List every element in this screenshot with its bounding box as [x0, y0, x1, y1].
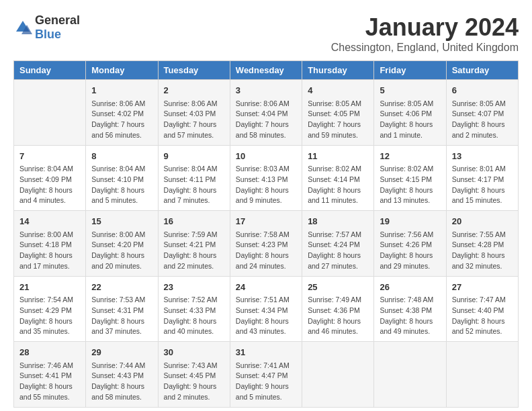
- day-number: 19: [380, 215, 440, 228]
- day-header-tuesday: Tuesday: [158, 61, 230, 80]
- cell-content: Sunrise: 7:47 AM Sunset: 4:40 PM Dayligh…: [452, 295, 513, 337]
- day-number: 24: [236, 281, 296, 294]
- calendar-cell: 5Sunrise: 8:05 AM Sunset: 4:06 PM Daylig…: [374, 80, 446, 146]
- day-number: 30: [164, 346, 224, 359]
- day-header-saturday: Saturday: [446, 61, 518, 80]
- cell-content: Sunrise: 8:04 AM Sunset: 4:10 PM Dayligh…: [91, 164, 152, 206]
- cell-content: Sunrise: 8:03 AM Sunset: 4:13 PM Dayligh…: [236, 164, 296, 206]
- calendar-cell: 16Sunrise: 7:59 AM Sunset: 4:21 PM Dayli…: [158, 211, 230, 277]
- calendar-cell: 19Sunrise: 7:56 AM Sunset: 4:26 PM Dayli…: [374, 211, 446, 277]
- calendar-cell: 28Sunrise: 7:46 AM Sunset: 4:41 PM Dayli…: [14, 342, 86, 408]
- calendar-table: SundayMondayTuesdayWednesdayThursdayFrid…: [13, 60, 519, 408]
- cell-content: Sunrise: 7:56 AM Sunset: 4:26 PM Dayligh…: [380, 230, 440, 272]
- calendar-cell: 14Sunrise: 8:00 AM Sunset: 4:18 PM Dayli…: [14, 211, 86, 277]
- cell-content: Sunrise: 8:02 AM Sunset: 4:14 PM Dayligh…: [308, 164, 368, 206]
- location-title: Chessington, England, United Kingdom: [331, 42, 519, 54]
- calendar-cell: [446, 342, 518, 408]
- day-number: 15: [91, 215, 152, 228]
- calendar-cell: 21Sunrise: 7:54 AM Sunset: 4:29 PM Dayli…: [14, 276, 86, 342]
- cell-content: Sunrise: 7:54 AM Sunset: 4:29 PM Dayligh…: [19, 295, 80, 337]
- cell-content: Sunrise: 8:05 AM Sunset: 4:07 PM Dayligh…: [452, 99, 513, 141]
- cell-content: Sunrise: 7:41 AM Sunset: 4:47 PM Dayligh…: [236, 361, 296, 403]
- day-number: 22: [91, 281, 152, 294]
- cell-content: Sunrise: 8:06 AM Sunset: 4:04 PM Dayligh…: [236, 99, 296, 141]
- calendar-cell: 17Sunrise: 7:58 AM Sunset: 4:23 PM Dayli…: [230, 211, 302, 277]
- day-number: 28: [19, 346, 80, 359]
- day-number: 26: [380, 281, 440, 294]
- calendar-cell: [14, 80, 86, 146]
- cell-content: Sunrise: 8:06 AM Sunset: 4:02 PM Dayligh…: [91, 99, 152, 141]
- calendar-cell: [374, 342, 446, 408]
- cell-content: Sunrise: 7:55 AM Sunset: 4:28 PM Dayligh…: [452, 230, 513, 272]
- day-number: 21: [19, 281, 80, 294]
- day-number: 11: [308, 150, 368, 163]
- day-number: 8: [91, 150, 152, 163]
- day-number: 29: [91, 346, 152, 359]
- cell-content: Sunrise: 8:04 AM Sunset: 4:11 PM Dayligh…: [164, 164, 224, 206]
- cell-content: Sunrise: 7:51 AM Sunset: 4:34 PM Dayligh…: [236, 295, 296, 337]
- day-header-thursday: Thursday: [302, 61, 374, 80]
- day-header-wednesday: Wednesday: [230, 61, 302, 80]
- calendar-cell: 3Sunrise: 8:06 AM Sunset: 4:04 PM Daylig…: [230, 80, 302, 146]
- cell-content: Sunrise: 7:59 AM Sunset: 4:21 PM Dayligh…: [164, 230, 224, 272]
- cell-content: Sunrise: 7:57 AM Sunset: 4:24 PM Dayligh…: [308, 230, 368, 272]
- logo: General Blue: [13, 13, 80, 42]
- cell-content: Sunrise: 7:46 AM Sunset: 4:41 PM Dayligh…: [19, 361, 80, 403]
- calendar-cell: 20Sunrise: 7:55 AM Sunset: 4:28 PM Dayli…: [446, 211, 518, 277]
- calendar-cell: 24Sunrise: 7:51 AM Sunset: 4:34 PM Dayli…: [230, 276, 302, 342]
- calendar-cell: 23Sunrise: 7:52 AM Sunset: 4:33 PM Dayli…: [158, 276, 230, 342]
- cell-content: Sunrise: 8:00 AM Sunset: 4:18 PM Dayligh…: [19, 230, 80, 272]
- calendar-cell: 6Sunrise: 8:05 AM Sunset: 4:07 PM Daylig…: [446, 80, 518, 146]
- day-number: 25: [308, 281, 368, 294]
- cell-content: Sunrise: 7:44 AM Sunset: 4:43 PM Dayligh…: [91, 361, 152, 403]
- day-number: 10: [236, 150, 296, 163]
- day-number: 4: [308, 84, 368, 97]
- calendar-cell: 31Sunrise: 7:41 AM Sunset: 4:47 PM Dayli…: [230, 342, 302, 408]
- day-number: 16: [164, 215, 224, 228]
- day-number: 27: [452, 281, 513, 294]
- title-area: January 2024 Chessington, England, Unite…: [331, 13, 519, 54]
- cell-content: Sunrise: 8:02 AM Sunset: 4:15 PM Dayligh…: [380, 164, 440, 206]
- day-number: 17: [236, 215, 296, 228]
- day-number: 14: [19, 215, 80, 228]
- calendar-cell: 8Sunrise: 8:04 AM Sunset: 4:10 PM Daylig…: [86, 145, 158, 211]
- logo-general: General: [35, 13, 80, 27]
- calendar-cell: 26Sunrise: 7:48 AM Sunset: 4:38 PM Dayli…: [374, 276, 446, 342]
- calendar-cell: 18Sunrise: 7:57 AM Sunset: 4:24 PM Dayli…: [302, 211, 374, 277]
- cell-content: Sunrise: 7:49 AM Sunset: 4:36 PM Dayligh…: [308, 295, 368, 337]
- calendar-cell: 1Sunrise: 8:06 AM Sunset: 4:02 PM Daylig…: [86, 80, 158, 146]
- logo-icon: [13, 18, 32, 37]
- calendar-cell: 29Sunrise: 7:44 AM Sunset: 4:43 PM Dayli…: [86, 342, 158, 408]
- day-number: 6: [452, 84, 513, 97]
- day-number: 3: [236, 84, 296, 97]
- calendar-cell: 9Sunrise: 8:04 AM Sunset: 4:11 PM Daylig…: [158, 145, 230, 211]
- cell-content: Sunrise: 8:05 AM Sunset: 4:06 PM Dayligh…: [380, 99, 440, 141]
- calendar-cell: [302, 342, 374, 408]
- day-number: 5: [380, 84, 440, 97]
- day-number: 31: [236, 346, 296, 359]
- cell-content: Sunrise: 8:00 AM Sunset: 4:20 PM Dayligh…: [91, 230, 152, 272]
- day-number: 1: [91, 84, 152, 97]
- calendar-week-2: 7Sunrise: 8:04 AM Sunset: 4:09 PM Daylig…: [14, 145, 519, 211]
- calendar-cell: 10Sunrise: 8:03 AM Sunset: 4:13 PM Dayli…: [230, 145, 302, 211]
- cell-content: Sunrise: 7:52 AM Sunset: 4:33 PM Dayligh…: [164, 295, 224, 337]
- day-number: 12: [380, 150, 440, 163]
- day-header-sunday: Sunday: [14, 61, 86, 80]
- calendar-cell: 15Sunrise: 8:00 AM Sunset: 4:20 PM Dayli…: [86, 211, 158, 277]
- calendar-cell: 7Sunrise: 8:04 AM Sunset: 4:09 PM Daylig…: [14, 145, 86, 211]
- calendar-week-1: 1Sunrise: 8:06 AM Sunset: 4:02 PM Daylig…: [14, 80, 519, 146]
- day-number: 9: [164, 150, 224, 163]
- day-number: 2: [164, 84, 224, 97]
- cell-content: Sunrise: 7:58 AM Sunset: 4:23 PM Dayligh…: [236, 230, 296, 272]
- day-header-friday: Friday: [374, 61, 446, 80]
- calendar-week-5: 28Sunrise: 7:46 AM Sunset: 4:41 PM Dayli…: [14, 342, 519, 408]
- calendar-cell: 13Sunrise: 8:01 AM Sunset: 4:17 PM Dayli…: [446, 145, 518, 211]
- calendar-cell: 4Sunrise: 8:05 AM Sunset: 4:05 PM Daylig…: [302, 80, 374, 146]
- day-header-monday: Monday: [86, 61, 158, 80]
- calendar-cell: 27Sunrise: 7:47 AM Sunset: 4:40 PM Dayli…: [446, 276, 518, 342]
- header: General Blue January 2024 Chessington, E…: [13, 13, 519, 54]
- day-number: 23: [164, 281, 224, 294]
- calendar-cell: 12Sunrise: 8:02 AM Sunset: 4:15 PM Dayli…: [374, 145, 446, 211]
- calendar-cell: 22Sunrise: 7:53 AM Sunset: 4:31 PM Dayli…: [86, 276, 158, 342]
- calendar-header-row: SundayMondayTuesdayWednesdayThursdayFrid…: [14, 61, 519, 80]
